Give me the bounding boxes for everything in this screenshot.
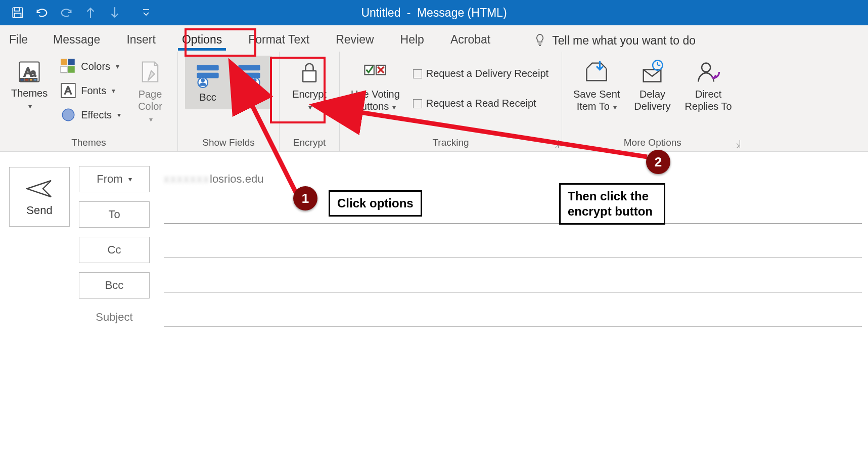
cc-button[interactable]: Cc — [79, 237, 150, 263]
svg-text:A: A — [65, 84, 72, 97]
encrypt-button[interactable]: Encrypt▾ — [287, 56, 332, 115]
customize-qat-icon[interactable] — [139, 5, 154, 20]
read-receipt-checkbox[interactable]: Request a Read Receipt — [410, 96, 552, 111]
to-input[interactable] — [164, 201, 862, 224]
send-icon — [26, 179, 53, 199]
arrow-up-icon[interactable] — [83, 5, 98, 20]
voting-label-2: Buttons — [355, 101, 389, 112]
bcc-btn-label: Bcc — [105, 279, 124, 292]
tab-format-text[interactable]: Format Text — [235, 28, 323, 52]
send-label: Send — [26, 204, 52, 217]
bcc-input[interactable] — [164, 270, 862, 292]
svg-rect-26 — [238, 65, 260, 71]
checkbox-icon — [413, 99, 422, 108]
colors-button[interactable]: Colors▾ — [57, 56, 124, 77]
themes-button[interactable]: Aa Themes▾ — [7, 56, 51, 114]
svg-point-29 — [253, 78, 257, 82]
from-field-button[interactable]: From — [232, 59, 267, 106]
save-icon[interactable] — [10, 5, 25, 20]
fonts-button[interactable]: A Fonts▾ — [57, 80, 124, 101]
redo-icon[interactable] — [59, 5, 74, 20]
direct-replies-button[interactable]: DirectReplies To — [681, 56, 736, 115]
undo-icon[interactable] — [34, 5, 50, 20]
effects-button[interactable]: Effects▾ — [57, 104, 124, 125]
title-bar: Untitled - Message (HTML) — [0, 0, 868, 25]
delay-label-1: Delay — [639, 89, 665, 100]
tab-review[interactable]: Review — [323, 28, 387, 52]
svg-rect-11 — [21, 78, 24, 81]
from-value: xxxxxxxlosrios.edu — [164, 173, 263, 186]
tab-file[interactable]: File — [5, 28, 40, 52]
group-themes-label: Themes — [7, 137, 170, 150]
tell-me-placeholder: Tell me what you want to do — [552, 34, 696, 48]
colors-icon — [60, 58, 77, 75]
checkbox-icon — [413, 69, 422, 78]
group-more-options-label: More Options — [569, 137, 736, 150]
redacted-text: xxxxxxx — [164, 173, 210, 185]
lightbulb-icon — [534, 33, 546, 48]
group-encrypt: Encrypt▾ Encrypt — [280, 52, 340, 151]
delay-icon — [639, 59, 665, 85]
tab-message[interactable]: Message — [40, 28, 113, 52]
tab-acrobat[interactable]: Acrobat — [437, 28, 504, 52]
to-button[interactable]: To — [79, 201, 150, 228]
from-icon — [236, 62, 262, 88]
save-sent-item-button[interactable]: Save SentItem To ▾ — [569, 56, 624, 115]
svg-rect-15 — [61, 59, 67, 65]
group-show-fields-label: Show Fields — [185, 137, 272, 150]
to-btn-label: To — [108, 208, 120, 221]
window-title: Untitled - Message (HTML) — [361, 6, 507, 20]
svg-rect-1 — [15, 8, 20, 11]
svg-rect-14 — [34, 78, 37, 81]
tab-options[interactable]: Options — [169, 28, 235, 52]
ribbon-tabs: File Message Insert Options Format Text … — [0, 25, 868, 52]
svg-rect-23 — [197, 73, 218, 78]
voting-buttons-button[interactable]: Use VotingButtons ▾ — [347, 56, 404, 115]
direct-label-1: Direct — [695, 89, 721, 100]
themes-icon: Aa — [16, 59, 42, 85]
save-sent-label-2: Item To — [577, 101, 610, 112]
bcc-button[interactable]: Bcc — [79, 272, 150, 299]
svg-text:a: a — [30, 67, 36, 78]
bcc-field-button[interactable]: Bcc — [190, 59, 225, 106]
page-color-icon — [137, 59, 163, 85]
tab-insert[interactable]: Insert — [113, 28, 169, 52]
quick-access-toolbar — [5, 5, 154, 20]
themes-label: Themes — [11, 88, 48, 99]
svg-rect-30 — [303, 71, 316, 82]
tell-me-search[interactable]: Tell me what you want to do — [534, 33, 696, 52]
delivery-receipt-checkbox[interactable]: Request a Delivery Receipt — [410, 66, 552, 81]
lock-icon — [296, 59, 323, 85]
group-tracking-label: Tracking — [347, 137, 555, 150]
svg-marker-41 — [27, 181, 51, 197]
svg-rect-27 — [238, 73, 260, 78]
cc-input[interactable] — [164, 236, 862, 258]
bcc-label: Bcc — [199, 91, 216, 103]
fonts-label: Fonts — [81, 85, 106, 97]
delay-label-2: Delivery — [634, 101, 670, 112]
tracking-launcher-icon[interactable] — [551, 140, 559, 148]
subject-input[interactable] — [164, 305, 862, 327]
subject-label: Subject — [79, 311, 150, 324]
from-btn-label: From — [97, 173, 122, 186]
from-button[interactable]: From▾ — [79, 166, 150, 192]
tab-help[interactable]: Help — [387, 28, 437, 52]
svg-rect-2 — [15, 13, 21, 18]
save-sent-icon — [583, 59, 610, 85]
svg-rect-17 — [61, 66, 67, 73]
svg-point-25 — [201, 78, 205, 82]
title-type: Message (HTML) — [417, 6, 507, 19]
direct-label-2: Replies To — [685, 101, 732, 112]
delay-delivery-button[interactable]: DelayDelivery — [630, 56, 674, 115]
arrow-down-icon[interactable] — [107, 5, 122, 20]
effects-label: Effects — [81, 109, 112, 121]
group-encrypt-label: Encrypt — [287, 137, 332, 150]
send-button[interactable]: Send — [9, 167, 70, 227]
voting-icon — [362, 59, 388, 85]
bcc-icon — [195, 62, 221, 88]
svg-rect-16 — [68, 59, 75, 65]
svg-rect-13 — [29, 78, 33, 81]
page-color-button[interactable]: PageColor▾ — [130, 56, 170, 128]
cc-btn-label: Cc — [108, 243, 121, 257]
more-options-launcher-icon[interactable] — [732, 140, 740, 148]
